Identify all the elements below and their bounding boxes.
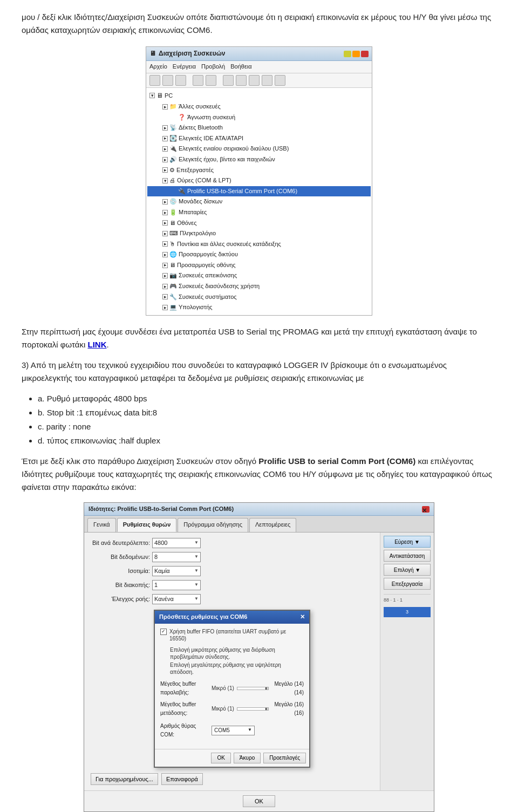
tree-item-sound[interactable]: 🔊 Ελεγκτές ήχου, βίντεο και παιχνιδιών [147,154,371,165]
para2: Στην περίπτωσή μας έχουμε συνδέσει ένα μ… [22,325,496,351]
tree-item-sysdev[interactable]: 🔧 Συσκευές συστήματος [147,292,371,303]
tree-item-computer[interactable]: 💻 Υπολογιστής [147,302,371,313]
expand-monitors[interactable] [162,220,168,226]
com-icon: 🖨 [169,176,175,186]
expand-network[interactable] [162,252,168,257]
bluetooth-icon: 📡 [169,123,177,133]
tree-item-com[interactable]: 🖨 Ούρες (COM & LPT) [147,175,371,186]
expand-sound[interactable] [162,157,168,162]
tree-item-other[interactable]: 📁 Άλλες συσκευές [147,101,371,112]
expand-mice[interactable] [162,241,168,247]
expand-usb[interactable] [162,146,168,152]
props-close-btn[interactable]: ✕ [422,506,430,513]
expand-icon-pc[interactable] [149,93,155,98]
toolbar-more1[interactable] [249,75,260,86]
tab-driver[interactable]: Πρόγραμμα οδήγησης [178,518,248,532]
tree-item-keyboard[interactable]: ⌨ Πληκτρολόγιο [147,228,371,239]
adv-defaults-btn[interactable]: Προεπιλογές [263,753,306,763]
serial-settings-list: a. Ρυθμό μεταφοράς 4800 bps b. Stop bit … [38,392,496,447]
adv-fifo-label: Χρήση buffer FIFO (απαιτείται UART συμβα… [169,628,304,642]
adv-slider1-track-container[interactable] [237,687,269,690]
tree-item-unknown[interactable]: ❓ Άγνωστη συσκευή [147,112,371,123]
adv-com-value: COM5 [214,726,230,735]
adv-com-select[interactable]: COM5 ▼ [212,726,255,735]
toolbar-props[interactable] [206,75,216,86]
field-stopbits-ctrl[interactable]: 1 ▼ [152,580,201,590]
tree-item-cpu[interactable]: ⚙ Επεξεργαστές [147,165,371,176]
tree-item-com6[interactable]: 🔌 Prolific USB-to-Serial Comm Port (COM6… [147,186,371,197]
toolbar-more3[interactable] [275,75,285,86]
expand-bluetooth[interactable] [162,125,168,131]
field-parity-ctrl[interactable]: Καμία ▼ [152,566,201,576]
list-label-c: c. [38,422,46,431]
adv-text1: Επιλογή μικρότερης ρύθμισης για διόρθωση… [170,646,304,660]
tab-port-settings[interactable]: Ρυθμίσεις θυρών [117,518,177,532]
tab-details[interactable]: Λεπτομέρειες [249,518,296,532]
adv-ok-btn[interactable]: OK [211,753,230,763]
expand-imaging[interactable] [162,273,168,278]
tree-item-display[interactable]: 🖥 Προσαρμογείς οθόνης [147,260,371,271]
field-databits-ctrl[interactable]: 8 ▼ [152,552,201,562]
menu-view[interactable]: Προβολή [201,62,225,72]
pc-label: PC [165,91,173,101]
adv-buttons: OK Άκυρο Προεπιλογές [155,749,309,767]
restore-btn[interactable]: Επαναφορά [161,773,203,785]
toolbar-refresh[interactable] [193,75,203,86]
expand-battery[interactable] [162,210,168,215]
computer-label: Υπολογιστής [179,303,213,312]
tree-item-imaging[interactable]: 📷 Συσκευές απεικόνισης [147,270,371,281]
adv-cancel-btn[interactable]: Άκυρο [234,753,261,763]
expand-keyboard[interactable] [162,231,168,236]
toolbar-more2[interactable] [262,75,272,86]
tree-item-ide[interactable]: 💽 Ελεγκτές IDE ATA/ATAPI [147,133,371,144]
expand-sysdev[interactable] [162,294,168,299]
right-submit-btn[interactable]: Επιλογή ▼ [384,564,431,576]
tab-general[interactable]: Γενικά [87,518,116,532]
props-ok-btn[interactable]: OK [243,795,275,807]
link-text[interactable]: LINK [87,340,106,349]
menu-energy[interactable]: Ενέργεια [173,62,196,72]
monitors-icon: 🖥 [169,219,175,228]
tree-item-usb[interactable]: 🔌 Ελεγκτές ενιαίου σειριακού διαύλου (US… [147,144,371,154]
sound-label: Ελεγκτές ήχου, βίντεο και παιχνιδιών [179,155,275,165]
right-process-btn[interactable]: Επεξεργασία [384,578,431,590]
expand-other[interactable] [162,104,168,110]
close-btn[interactable] [361,51,369,57]
right-search-btn[interactable]: Εύρεση ▼ [384,536,431,548]
tree-item-mice[interactable]: 🖱 Ποντίκια και άλλες συσκευές κατάδειξης [147,239,371,250]
toolbar-forward[interactable] [162,75,173,86]
maximize-btn[interactable] [352,51,360,57]
tree-item-network[interactable]: 🌐 Προσαρμογείς δικτύου [147,249,371,260]
toolbar-back[interactable] [149,75,160,86]
expand-computer[interactable] [162,305,168,310]
toolbar-up[interactable] [175,75,186,86]
battery-icon: 🔋 [169,208,177,217]
menu-help[interactable]: Βοήθεια [230,62,251,72]
expand-display[interactable] [162,263,168,268]
expand-cpu[interactable] [162,167,168,173]
menu-file[interactable]: Αρχείο [149,62,167,72]
pc-icon: 🖥 [156,91,163,101]
adv-slider2-track-container[interactable] [237,707,269,711]
expand-ide[interactable] [162,136,168,141]
tree-item-disk[interactable]: 💿 Μονάδες δίσκων [147,196,371,207]
tree-item-battery[interactable]: 🔋 Μπαταρίες [147,207,371,218]
expand-hid[interactable] [162,284,168,289]
list-text-d: τύπος επικοινωνίας :half duplex [47,436,160,445]
right-replace-btn[interactable]: Αντικατάσταση [384,550,431,562]
adv-fifo-checkbox[interactable]: ✓ [160,629,167,635]
tree-item-monitors[interactable]: 🖥 Οθόνες [147,218,371,229]
cpu-icon: ⚙ [169,166,175,175]
expand-com[interactable] [162,178,168,183]
toolbar-uninstall[interactable] [223,75,234,86]
toolbar-scan[interactable] [236,75,247,86]
tree-item-bluetooth[interactable]: 📡 Δέκτες Bluetooth [147,122,371,133]
tree-root-pc[interactable]: 🖥 PC [147,90,371,101]
adv-close-btn[interactable]: ✕ [300,612,305,622]
minimize-btn[interactable] [344,51,351,57]
field-baud-ctrl[interactable]: 4800 ▼ [152,538,201,548]
tree-item-hid[interactable]: 🎮 Συσκευές διασύνδεσης χρήστη [147,281,371,292]
expand-disk[interactable] [162,199,168,204]
field-flow-ctrl[interactable]: Κανένα ▼ [152,594,201,604]
advanced-btn[interactable]: Για προχωρημένους... [91,773,158,785]
